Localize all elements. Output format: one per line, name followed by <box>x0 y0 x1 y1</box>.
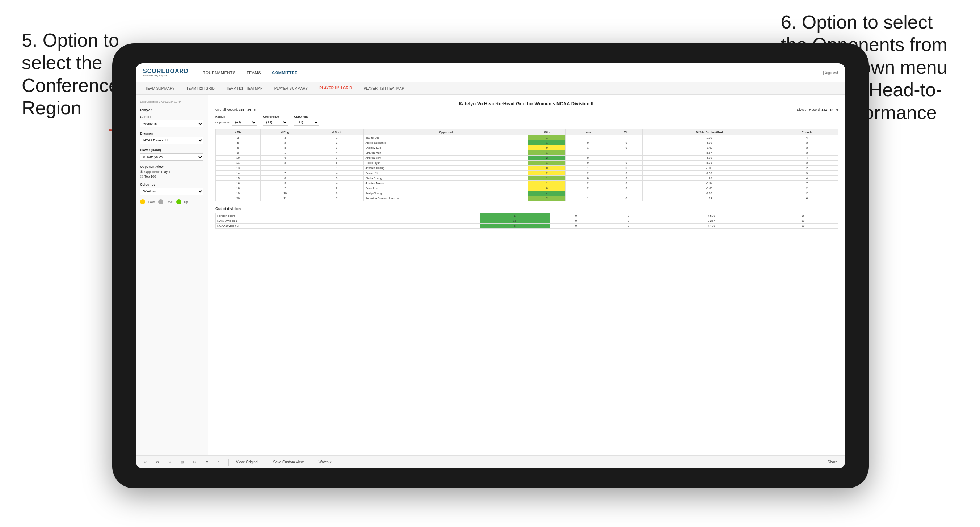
table-row: 10 6 3 Andrea York 2 0 4.00 4 <box>216 156 838 160</box>
grid-btn[interactable]: ⊞ <box>178 459 186 465</box>
page-title: Katelyn Vo Head-to-Head Grid for Women's… <box>215 101 838 106</box>
cell-conf: 4 <box>310 181 364 186</box>
subnav-player-h2h-grid[interactable]: PLAYER H2H GRID <box>317 85 354 92</box>
player-rank-select[interactable]: 8. Katelyn Vo <box>140 153 204 160</box>
cell-win: 1 <box>528 160 566 166</box>
opponent-radio-group: Opponents Played Top 100 <box>140 170 204 178</box>
cell-diff: 1.33 <box>643 196 776 201</box>
tablet-device: SCOREBOARD Powered by clippd TOURNAMENTS… <box>112 43 869 488</box>
player-rank-section: Player (Rank) 8. Katelyn Vo <box>140 148 204 160</box>
clock-btn[interactable]: ⏱ <box>215 459 223 465</box>
cell-conf: 7 <box>310 196 364 201</box>
conference-select[interactable]: (All) <box>263 119 288 125</box>
cell-conf: 2 <box>310 140 364 145</box>
subnav-player-summary[interactable]: PLAYER SUMMARY <box>272 85 310 92</box>
cell-opponent: Euna Lee <box>364 186 528 191</box>
cut-btn[interactable]: ✂ <box>191 459 198 465</box>
cell-reg: 6 <box>261 156 310 160</box>
radio-opponents-played[interactable]: Opponents Played <box>140 170 204 174</box>
cell-reg: 2 <box>261 140 310 145</box>
region-select[interactable]: (All) <box>232 119 257 125</box>
refresh-btn[interactable]: ↺ <box>154 459 161 465</box>
cell-reg: 3 <box>261 181 310 186</box>
watch-btn[interactable]: Watch ▾ <box>317 459 334 465</box>
cell-win: 1 <box>528 140 566 145</box>
out-of-division-row: NCAA Division 2 5 0 0 7.400 10 <box>216 224 838 229</box>
nav-tournaments[interactable]: TOURNAMENTS <box>203 69 235 76</box>
content-area: Katelyn Vo Head-to-Head Grid for Women's… <box>208 95 845 456</box>
out-of-division-row: NAIA Division 1 15 0 0 9.267 30 <box>216 219 838 224</box>
cell-div: 15 <box>216 176 261 181</box>
cell-loss: 1 <box>566 196 610 201</box>
cell-div: 9 <box>216 151 261 156</box>
toolbar-divider-1 <box>228 459 229 465</box>
cell-win: 0 <box>528 166 566 171</box>
filters-row: Region Opponents: (All) Conference (All) <box>215 115 838 125</box>
subnav-player-h2h-heatmap[interactable]: PLAYER H2H HEATMAP <box>361 85 406 92</box>
cell-diff: 0.38 <box>643 171 776 176</box>
nav-teams[interactable]: TEAMS <box>247 69 261 76</box>
save-custom-view-btn[interactable]: Save Custom View <box>271 459 306 465</box>
sign-out[interactable]: | Sign out <box>823 70 838 75</box>
cell-tie <box>610 151 643 156</box>
cell-div: 6 <box>216 145 261 151</box>
cell-rounds: 2 <box>776 166 838 171</box>
undo-btn[interactable]: ↩ <box>142 459 149 465</box>
col-conf: # Conf <box>310 130 364 135</box>
conference-filter: Conference (All) <box>263 115 288 125</box>
cell-rounds: 4 <box>776 156 838 160</box>
colour-by-select[interactable]: Win/loss <box>140 188 204 195</box>
view-original-btn[interactable]: View: Original <box>234 459 261 465</box>
col-diff: Diff Av Strokes/Rnd <box>643 130 776 135</box>
cell-conf: 6 <box>310 191 364 196</box>
nav-committee[interactable]: COMMITTEE <box>272 69 298 76</box>
gender-select[interactable]: Women's <box>140 120 204 127</box>
h2h-table: # Div # Reg # Conf Opponent Win Loss Tie… <box>215 129 838 201</box>
record-row: Overall Record: 353 - 34 - 6 Division Re… <box>215 108 838 111</box>
cell-conf: 3 <box>310 156 364 160</box>
col-opponent: Opponent <box>364 130 528 135</box>
opponent-select[interactable]: (All) <box>294 119 319 125</box>
cell-od-diff: 7.400 <box>655 224 768 229</box>
cell-div: 18 <box>216 186 261 191</box>
cell-loss: 1 <box>566 166 610 171</box>
division-record: Division Record: 331 - 34 - 6 <box>797 108 838 111</box>
cell-opponent: Alexis Sudjianto <box>364 140 528 145</box>
toolbar-divider-3 <box>311 459 311 465</box>
conference-label: Conference <box>263 115 288 118</box>
region-filter: Region Opponents: (All) <box>215 115 257 125</box>
table-row: 18 2 2 Euna Lee 0 2 0 -5.00 2 <box>216 186 838 191</box>
cell-tie: 0 <box>610 171 643 176</box>
subnav-team-summary[interactable]: TEAM SUMMARY <box>143 85 177 92</box>
cell-od-diff: 9.267 <box>655 219 768 224</box>
cell-tie <box>610 191 643 196</box>
colour-down-label: Down <box>148 200 155 204</box>
cell-reg: 3 <box>261 145 310 151</box>
subnav-team-h2h-grid[interactable]: TEAM H2H GRID <box>184 85 217 92</box>
cell-od-tie: 0 <box>602 219 655 224</box>
cell-diff: -0.94 <box>643 181 776 186</box>
timer-btn[interactable]: ⟲ <box>203 459 210 465</box>
cell-loss <box>566 151 610 156</box>
col-tie: Tie <box>610 130 643 135</box>
cell-opponent: Sydney Kuo <box>364 145 528 151</box>
radio-dot-opponents <box>140 170 143 173</box>
cell-reg: 1 <box>261 151 310 156</box>
opponent-view-section: Opponent view Opponents Played Top 100 <box>140 165 204 178</box>
colour-up <box>176 199 181 204</box>
table-row: 15 8 5 Stella Cheng 1 0 0 1.25 4 <box>216 176 838 181</box>
redo-btn[interactable]: ↪ <box>166 459 173 465</box>
subnav-team-h2h-heatmap[interactable]: TEAM H2H HEATMAP <box>224 85 265 92</box>
col-loss: Loss <box>566 130 610 135</box>
cell-loss: 0 <box>566 160 610 166</box>
division-select[interactable]: NCAA Division III <box>140 137 204 144</box>
cell-reg: 2 <box>261 160 310 166</box>
cell-reg: 2 <box>261 186 310 191</box>
col-div: # Div <box>216 130 261 135</box>
cell-tie: 0 <box>610 181 643 186</box>
share-btn[interactable]: Share <box>826 459 840 465</box>
radio-top100[interactable]: Top 100 <box>140 175 204 178</box>
sub-nav: TEAM SUMMARY TEAM H2H GRID TEAM H2H HEAT… <box>136 82 845 95</box>
colour-by-section: Colour by Win/loss <box>140 183 204 195</box>
cell-od-loss: 0 <box>550 224 602 229</box>
